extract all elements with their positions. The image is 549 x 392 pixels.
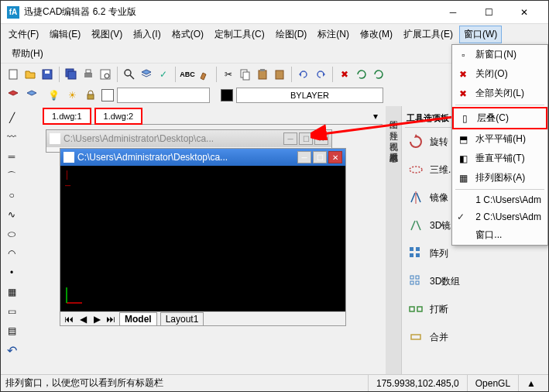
fold-dynobs-label[interactable]: 三维动态观察 bbox=[386, 142, 401, 151]
menu-edit[interactable]: 编辑(E) bbox=[45, 26, 85, 43]
menu-close-all[interactable]: ✖ 全部关闭(L) bbox=[452, 84, 547, 103]
menu-close-window[interactable]: ✖ 关闭(O) bbox=[452, 64, 547, 84]
file-tab-2[interactable]: 1.dwg:2 bbox=[94, 108, 143, 125]
prev-tab-icon[interactable]: ◀ bbox=[77, 314, 88, 325]
spellcheck-icon[interactable]: ABC bbox=[180, 67, 195, 82]
redo-icon[interactable] bbox=[313, 67, 328, 82]
sun-icon[interactable]: ☀ bbox=[64, 88, 80, 103]
print-icon[interactable] bbox=[81, 67, 96, 82]
checkmark-icon[interactable]: ✓ bbox=[156, 67, 171, 82]
status-cursor-icon[interactable]: ▲ bbox=[518, 375, 544, 391]
menu-file[interactable]: 文件(F) bbox=[4, 26, 43, 43]
paste-icon[interactable] bbox=[255, 67, 270, 82]
open-icon[interactable] bbox=[22, 67, 38, 82]
paste-special-icon[interactable] bbox=[272, 67, 287, 82]
ellipse-arc-icon[interactable]: ◠ bbox=[3, 245, 20, 262]
menu-window-1[interactable]: 1 C:\Users\Adm bbox=[452, 191, 547, 208]
mdi-min-button[interactable]: ─ bbox=[297, 151, 311, 163]
palette-break[interactable]: 打断 bbox=[405, 295, 522, 323]
save-icon[interactable] bbox=[39, 67, 55, 82]
mdi-max-button[interactable]: ☐ bbox=[299, 132, 313, 145]
linetype-select[interactable] bbox=[236, 88, 383, 103]
erase-icon[interactable]: ✖ bbox=[337, 67, 352, 82]
hatch-tool-icon[interactable]: ▦ bbox=[3, 284, 20, 301]
table-tool-icon[interactable]: ▤ bbox=[3, 322, 20, 339]
model-tab[interactable]: Model bbox=[119, 312, 157, 326]
double-line-icon[interactable]: ═ bbox=[3, 148, 20, 165]
window-title: 迅捷CAD编辑器 6.2 专业版 bbox=[24, 5, 435, 19]
copy-icon[interactable] bbox=[238, 67, 253, 82]
arc-tool-icon[interactable]: ⌒ bbox=[3, 167, 20, 184]
bulb-icon[interactable]: 💡 bbox=[46, 88, 61, 103]
undo-tool-icon[interactable]: ↶ bbox=[3, 342, 20, 359]
menu-help[interactable]: 帮助(H) bbox=[7, 45, 48, 63]
menu-windows-more[interactable]: 窗口... bbox=[452, 225, 547, 245]
status-coords: 175.9938,102.485,0 bbox=[368, 375, 467, 391]
first-tab-icon[interactable]: ⏮ bbox=[63, 314, 74, 325]
layer-prop-icon[interactable] bbox=[5, 88, 21, 103]
mdi-max-button[interactable]: ☐ bbox=[313, 151, 327, 163]
maximize-button[interactable]: ☐ bbox=[471, 1, 506, 24]
lock-icon[interactable] bbox=[83, 88, 98, 103]
menu-window[interactable]: 窗口(W) bbox=[459, 26, 502, 43]
find-icon[interactable] bbox=[122, 67, 137, 82]
menu-annotate[interactable]: 标注(N) bbox=[313, 26, 354, 43]
save-all-icon[interactable] bbox=[63, 67, 79, 82]
region-tool-icon[interactable]: ▭ bbox=[3, 303, 20, 320]
close-button[interactable]: ✕ bbox=[506, 1, 542, 24]
layer-manage-icon[interactable] bbox=[24, 88, 39, 103]
menu-insert[interactable]: 插入(I) bbox=[129, 26, 165, 43]
fold-view-label[interactable]: 视图 bbox=[386, 131, 401, 140]
last-tab-icon[interactable]: ⏭ bbox=[105, 314, 116, 325]
fold-draw-label[interactable]: 绘图 bbox=[386, 109, 401, 119]
circle-tool-icon[interactable]: ○ bbox=[3, 187, 20, 204]
next-tab-icon[interactable]: ▶ bbox=[91, 314, 102, 325]
svg-rect-23 bbox=[410, 253, 413, 257]
spline-tool-icon[interactable]: ∿ bbox=[3, 206, 20, 223]
refresh-icon[interactable] bbox=[354, 67, 369, 82]
palette-array3d[interactable]: 3D数组 bbox=[405, 267, 522, 295]
fold-annotate-label[interactable]: 注释 bbox=[386, 120, 401, 129]
svg-rect-27 bbox=[410, 281, 413, 284]
menu-extend-tools[interactable]: 扩展工具(E) bbox=[399, 26, 458, 43]
svg-rect-30 bbox=[417, 307, 422, 311]
menu-view[interactable]: 视图(V) bbox=[87, 26, 127, 43]
menu-tile-horizontal[interactable]: ⬒ 水平平铺(H) bbox=[452, 129, 547, 149]
svg-rect-0 bbox=[9, 70, 17, 79]
mdi-close-button[interactable]: ✕ bbox=[314, 132, 328, 145]
ellipse-tool-icon[interactable]: ⬭ bbox=[3, 225, 20, 242]
layout1-tab[interactable]: Layout1 bbox=[160, 312, 204, 326]
menu-arrange-icons[interactable]: ▦ 排列图标(A) bbox=[452, 168, 547, 187]
line-tool-icon[interactable]: ╱ bbox=[3, 109, 20, 126]
arrange-icon: ▦ bbox=[457, 172, 469, 184]
brush-icon[interactable] bbox=[197, 67, 212, 82]
mdi-close-button[interactable]: ✕ bbox=[328, 151, 342, 163]
menu-custom-tools[interactable]: 定制工具(C) bbox=[210, 26, 269, 43]
menu-format[interactable]: 格式(O) bbox=[167, 26, 208, 43]
point-tool-icon[interactable]: • bbox=[3, 264, 20, 281]
file-tab-1[interactable]: 1.dwg:1 bbox=[43, 108, 91, 125]
palette-label: 打断 bbox=[430, 303, 448, 316]
polyline-tool-icon[interactable]: 〰 bbox=[3, 129, 20, 146]
new-icon[interactable] bbox=[5, 67, 21, 82]
palette-merge[interactable]: 合并 bbox=[405, 323, 522, 351]
menu-draw[interactable]: 绘图(D) bbox=[271, 26, 312, 43]
menu-tile-vertical[interactable]: ◧ 垂直平铺(T) bbox=[452, 149, 547, 168]
menu-cascade[interactable]: ▯ 层叠(C) bbox=[452, 107, 547, 129]
color-swatch[interactable] bbox=[221, 89, 233, 101]
undo-icon[interactable] bbox=[296, 67, 311, 82]
cut-icon[interactable]: ✂ bbox=[221, 67, 236, 82]
layer-select[interactable] bbox=[117, 88, 210, 103]
refresh-all-icon[interactable] bbox=[371, 67, 386, 82]
menu-new-window[interactable]: ▫ 新窗口(N) bbox=[452, 45, 547, 64]
svg-rect-22 bbox=[416, 247, 420, 251]
tabs-more-icon[interactable]: ▾ bbox=[369, 109, 383, 123]
mdi-min-button[interactable]: ─ bbox=[283, 132, 297, 145]
menu-modify[interactable]: 修改(M) bbox=[355, 26, 397, 43]
svg-rect-12 bbox=[243, 72, 249, 80]
layer-color-swatch[interactable] bbox=[101, 89, 114, 101]
layers-icon[interactable] bbox=[139, 67, 154, 82]
menu-window-2[interactable]: ✓ 2 C:\Users\Adm bbox=[452, 208, 547, 225]
minimize-button[interactable]: ─ bbox=[435, 1, 471, 24]
print-preview-icon[interactable] bbox=[98, 67, 113, 82]
